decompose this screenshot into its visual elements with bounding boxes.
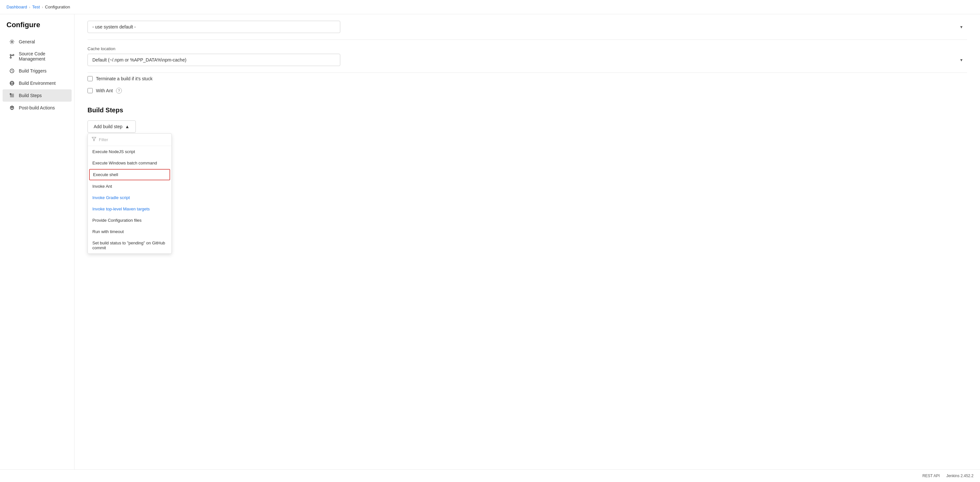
build-step-dropdown: Execute NodeJS scriptExecute Windows bat… (88, 133, 172, 254)
with-ant-help-icon[interactable]: ? (116, 88, 122, 94)
cache-location-select[interactable]: Default (~/.npm or %APP_DATA%\npm-cache) (88, 54, 340, 66)
sidebar-item-general[interactable]: General (3, 36, 72, 48)
svg-marker-12 (92, 137, 96, 141)
cache-location-wrapper: Default (~/.npm or %APP_DATA%\npm-cache)… (88, 54, 967, 66)
sidebar-item-build-environment[interactable]: Build Environment (3, 77, 72, 89)
clock-icon (9, 68, 15, 74)
sidebar-triggers-label: Build Triggers (19, 68, 47, 73)
build-steps-title: Build Steps (88, 97, 967, 121)
svg-point-2 (10, 57, 11, 58)
dropdown-filter-row (88, 134, 172, 146)
sidebar-title: Configure (0, 21, 74, 36)
dropdown-item-invoke-ant[interactable]: Invoke Ant (88, 181, 172, 192)
svg-point-0 (11, 41, 13, 43)
cache-location-section: Cache location Default (~/.npm or %APP_D… (88, 40, 967, 73)
sidebar-source-label: Source Code Management (19, 51, 65, 62)
dropdown-item-set-build-status[interactable]: Set build status to "pending" on GitHub … (88, 237, 172, 254)
sidebar-general-label: General (19, 39, 35, 44)
cache-location-arrow-icon: ▾ (960, 57, 963, 62)
dropdown-filter-input[interactable] (99, 137, 167, 142)
sidebar-environment-label: Build Environment (19, 81, 56, 86)
dropdown-item-execute-nodejs[interactable]: Execute NodeJS script (88, 146, 172, 157)
dropdown-item-execute-shell[interactable]: Execute shell (89, 169, 170, 180)
sidebar-item-build-steps[interactable]: Build Steps (3, 89, 72, 101)
dropdown-item-run-timeout[interactable]: Run with timeout (88, 226, 172, 237)
dropdown-item-execute-windows[interactable]: Execute Windows batch command (88, 157, 172, 169)
content-area: - use system default - ▾ Cache location … (75, 14, 980, 469)
svg-point-3 (13, 54, 14, 55)
breadcrumb-test[interactable]: Test (32, 5, 40, 10)
dropdown-item-invoke-maven[interactable]: Invoke top-level Maven targets (88, 203, 172, 215)
add-build-step-container: Add build step ▲ Execute NodeJS scriptEx… (88, 121, 136, 133)
terminate-build-checkbox[interactable] (88, 76, 93, 81)
dropdown-items-list: Execute NodeJS scriptExecute Windows bat… (88, 146, 172, 254)
cube-icon (9, 105, 15, 111)
breadcrumb-dashboard[interactable]: Dashboard (6, 5, 27, 10)
gear-icon (9, 39, 15, 45)
globe-icon (9, 80, 15, 86)
add-build-step-button[interactable]: Add build step ▲ (88, 121, 136, 133)
system-default-select[interactable]: - use system default - (88, 21, 340, 33)
breadcrumb-sep-2: › (42, 5, 43, 9)
sidebar-item-post-build[interactable]: Post-build Actions (3, 101, 72, 114)
system-default-arrow-icon: ▾ (960, 24, 963, 29)
with-ant-row: With Ant ? (88, 84, 967, 97)
chevron-up-icon: ▲ (125, 124, 130, 129)
system-default-wrapper: - use system default - ▾ (88, 21, 967, 33)
footer: REST API Jenkins 2.452.2 (0, 469, 980, 482)
breadcrumb-configuration: Configuration (45, 5, 70, 10)
with-ant-label: With Ant (96, 88, 113, 93)
sidebar-item-build-triggers[interactable]: Build Triggers (3, 65, 72, 77)
list-icon (9, 93, 15, 98)
cache-location-label: Cache location (88, 46, 967, 51)
sidebar-item-source-code[interactable]: Source Code Management (3, 48, 72, 65)
breadcrumb-sep-1: › (29, 5, 30, 9)
jenkins-version-label: Jenkins 2.452.2 (946, 474, 974, 478)
add-build-step-label: Add build step (94, 124, 123, 129)
terminate-build-row: Terminate a build if it's stuck (88, 73, 967, 84)
breadcrumb: Dashboard › Test › Configuration (0, 0, 980, 14)
system-default-section: - use system default - ▾ (88, 14, 967, 40)
with-ant-checkbox[interactable] (88, 88, 93, 93)
dropdown-item-provide-config[interactable]: Provide Configuration files (88, 215, 172, 226)
dropdown-item-invoke-gradle[interactable]: Invoke Gradle script (88, 192, 172, 203)
sidebar-steps-label: Build Steps (19, 93, 42, 98)
branch-icon (9, 54, 15, 59)
sidebar: Configure General (0, 14, 75, 469)
sidebar-post-build-label: Post-build Actions (19, 105, 55, 110)
terminate-build-label: Terminate a build if it's stuck (96, 76, 153, 81)
rest-api-link[interactable]: REST API (922, 474, 940, 478)
filter-icon (92, 137, 96, 143)
